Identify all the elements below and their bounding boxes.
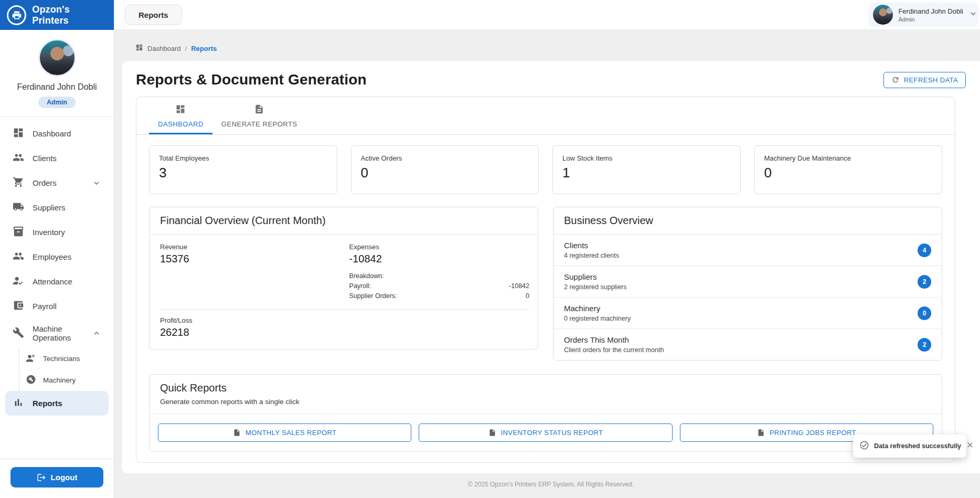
financial-overview-title: Financial Overview (Current Month) [150,207,538,235]
stat-label: Low Stock Items [562,154,731,162]
sidebar-item-attendance[interactable]: Attendance [5,269,109,294]
count-badge: 4 [918,243,931,257]
breakdown-row-label: Payroll: [349,282,371,290]
tab-label: GENERATE REPORTS [221,120,297,128]
revenue-label: Revenue [160,243,349,251]
expenses-block: Expenses -10842 Breakdown: Payroll: -108… [349,243,529,300]
breadcrumb-dashboard-link[interactable]: Dashboard [147,45,181,52]
breadcrumb-separator: / [185,45,187,52]
quick-reports-header: Quick Reports Generate common reports wi… [150,375,942,414]
stat-card-active-orders: Active Orders 0 [351,145,539,194]
sidebar-item-dashboard[interactable]: Dashboard [5,121,109,146]
profile-avatar [38,39,76,77]
business-overview-card: Business Overview Clients 4 registered c… [553,207,942,361]
refresh-data-button[interactable]: REFRESH DATA [883,72,966,88]
sidebar-nav: Dashboard Clients Orders Suppliers Inven… [0,117,114,459]
machine-operations-submenu: Technicians Machinery [19,348,109,391]
stats-row: Total Employees 3 Active Orders 0 Low St… [149,145,942,194]
sidebar-item-label: Orders [33,178,57,187]
quick-reports-card: Quick Reports Generate common reports wi… [149,374,942,452]
wrench-icon [13,327,24,340]
breadcrumb: Dashboard / Reports [135,44,980,53]
business-row-clients: Clients 4 registered clients 4 [553,235,942,266]
user-role: Admin [898,16,963,23]
financial-overview-card: Financial Overview (Current Month) Reven… [149,207,538,349]
sidebar-item-label: Clients [33,154,57,163]
sidebar-item-payroll[interactable]: Payroll [5,294,109,319]
sidebar-item-label: Attendance [33,277,72,286]
logout-button[interactable]: Logout [10,467,103,488]
person-check-icon [13,275,24,288]
breakdown-row-value: -10842 [509,282,529,290]
topbar-page-chip[interactable]: Reports [125,5,182,25]
breakdown-row-value: 0 [526,292,529,300]
count-badge: 0 [918,306,931,320]
overview-row: Financial Overview (Current Month) Reven… [149,207,942,361]
stat-label: Machinery Due Maintenance [764,154,933,162]
business-row-subtitle: 4 registered clients [564,252,619,259]
topbar: Reports Ferdinand John Dobli Admin [114,0,980,30]
stat-card-low-stock: Low Stock Items 1 [552,145,741,194]
business-row-suppliers: Suppliers 2 registered suppliers 2 [553,266,942,297]
stat-label: Total Employees [159,154,327,162]
stat-label: Active Orders [361,154,529,162]
business-row-text: Suppliers 2 registered suppliers [564,272,627,291]
machinery-icon [26,374,36,386]
breakdown-row-supplier-orders: Supplier Orders: 0 [349,292,529,300]
count-badge: 2 [918,275,931,289]
printer-logo-icon [7,5,26,25]
tab-dashboard[interactable]: DASHBOARD [149,97,212,134]
business-row-machinery: Machinery 0 registered machinery 0 [553,297,942,329]
sidebar-item-clients[interactable]: Clients [5,146,109,171]
expenses-value: -10842 [349,253,529,265]
sidebar-item-label: Dashboard [33,129,71,138]
tab-generate-reports[interactable]: GENERATE REPORTS [212,97,306,134]
reports-dashboard-card: DASHBOARD GENERATE REPORTS Total Employe… [136,97,955,463]
financial-body: Revenue 15376 Expenses -10842 Breakdown:… [150,235,538,300]
user-meta: Ferdinand John Dobli Admin [898,7,963,23]
business-row-subtitle: Client orders for the current month [564,346,664,354]
sidebar-item-label: Inventory [33,228,65,237]
sidebar-item-orders[interactable]: Orders [5,171,109,195]
people-icon [13,152,24,165]
content-area: Dashboard / Reports Reports & Document G… [114,30,980,498]
toast-notification: Data refreshed successfully [853,435,966,458]
business-row-title: Machinery [564,304,631,313]
sidebar-item-label: Reports [33,399,62,408]
sidebar-item-label: Machinery [43,376,76,384]
tab-label: DASHBOARD [158,120,204,128]
sidebar-item-machinery[interactable]: Machinery [19,369,109,391]
sidebar-item-inventory[interactable]: Inventory [5,220,109,245]
business-row-text: Machinery 0 registered machinery [564,304,631,322]
profit-block: Profit/Loss 26218 [150,310,538,349]
business-overview-title: Business Overview [553,207,942,235]
sidebar-item-reports[interactable]: Reports [5,391,109,416]
business-row-orders-this-month: Orders This Month Client orders for the … [553,329,942,360]
monthly-sales-report-button[interactable]: MONTHLY SALES REPORT [158,423,411,442]
sidebar-item-employees[interactable]: Employees [5,245,109,269]
business-row-text: Orders This Month Client orders for the … [564,335,664,354]
business-row-title: Clients [564,241,619,250]
logout-section: Logout [0,459,114,498]
breadcrumb-current: Reports [191,45,217,52]
count-badge: 2 [918,338,931,352]
toast-message: Data refreshed successfully [874,442,961,450]
document-icon [488,429,496,437]
revenue-block: Revenue 15376 [160,243,349,300]
refresh-icon [891,76,900,84]
sidebar-item-machine-operations[interactable]: Machine Operations [5,319,109,348]
brand-header: Opzon's Printers [0,0,114,30]
revenue-value: 15376 [160,253,349,265]
main-area: Reports Ferdinand John Dobli Admin Dashb… [114,0,980,498]
profile-role-badge: Admin [38,97,76,108]
tabs: DASHBOARD GENERATE REPORTS [136,97,955,135]
main-panel: Reports & Document Generation REFRESH DA… [122,61,980,473]
sidebar-item-suppliers[interactable]: Suppliers [5,195,109,220]
business-row-text: Clients 4 registered clients [564,241,619,259]
close-icon[interactable] [966,441,974,451]
chevron-down-icon [92,178,101,188]
user-menu[interactable]: Ferdinand John Dobli Admin [868,2,979,27]
sidebar-item-technicians[interactable]: Technicians [19,348,109,369]
inventory-status-report-button[interactable]: INVENTORY STATUS REPORT [419,423,672,442]
business-list: Clients 4 registered clients 4 Suppliers… [553,235,942,360]
